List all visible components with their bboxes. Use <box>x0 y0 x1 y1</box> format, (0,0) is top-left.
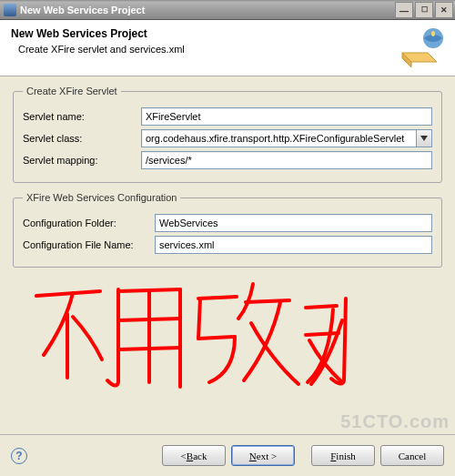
back-rest: ack <box>193 451 207 461</box>
window-title: New Web Services Project <box>20 5 145 15</box>
cancel-button[interactable]: Cancel <box>380 445 444 466</box>
config-folder-input[interactable] <box>155 214 432 232</box>
servlet-name-input[interactable] <box>141 107 432 126</box>
servlet-name-label: Servlet name: <box>23 111 141 122</box>
svg-point-1 <box>431 31 435 36</box>
servlet-mapping-input[interactable] <box>141 151 432 169</box>
watermark-main: 51CTO.com <box>340 411 450 432</box>
servlet-class-label: Servlet class: <box>23 133 141 144</box>
config-file-input[interactable] <box>155 236 432 254</box>
config-folder-label: Configuration Folder: <box>23 218 155 228</box>
servlet-class-input[interactable] <box>141 129 416 147</box>
servlet-mapping-label: Servlet mapping: <box>23 155 141 166</box>
wizard-footer: ? < Back Next > Finish Cancel <box>0 434 455 476</box>
next-rest: ext > <box>257 451 277 461</box>
window-icon <box>4 4 16 16</box>
next-mnemonic: N <box>249 451 257 461</box>
page-subtitle: Create XFire servlet and services.xml <box>18 44 444 55</box>
config-file-label: Configuration File Name: <box>23 239 155 250</box>
servlet-class-dropdown-button[interactable] <box>416 129 432 147</box>
servlet-class-combo[interactable] <box>141 129 432 147</box>
create-servlet-group: Create XFire Servlet Servlet name: Servl… <box>13 86 442 183</box>
create-servlet-legend: Create XFire Servlet <box>23 86 121 96</box>
back-mnemonic: B <box>187 451 193 461</box>
minimize-button[interactable] <box>395 2 413 18</box>
wizard-banner: New Web Services Project Create XFire se… <box>0 20 455 76</box>
next-button[interactable]: Next > <box>231 445 295 466</box>
xfire-config-legend: XFire Web Services Configuration <box>23 192 180 203</box>
wizard-icon <box>400 25 446 69</box>
page-heading: New Web Services Project <box>11 27 444 40</box>
finish-button[interactable]: Finish <box>311 445 375 466</box>
back-button[interactable]: < Back <box>162 445 226 466</box>
window-titlebar: New Web Services Project <box>0 0 455 20</box>
handwritten-annotation <box>27 273 355 410</box>
cancel-label: Cancel <box>399 451 427 461</box>
wizard-content: Create XFire Servlet Servlet name: Servl… <box>0 76 455 268</box>
chevron-down-icon <box>420 136 428 141</box>
close-button[interactable] <box>435 2 453 18</box>
maximize-button[interactable] <box>415 2 433 18</box>
help-button[interactable]: ? <box>11 448 27 464</box>
finish-rest: inish <box>336 451 355 461</box>
xfire-config-group: XFire Web Services Configuration Configu… <box>13 192 442 268</box>
